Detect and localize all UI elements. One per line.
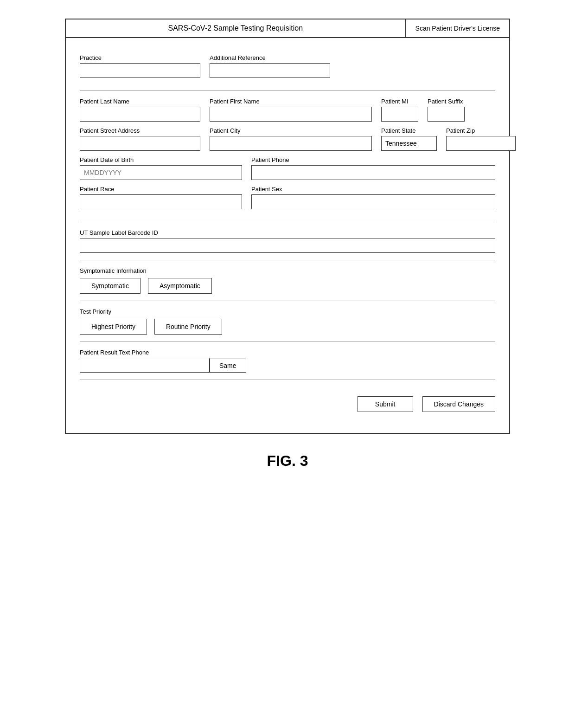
patient-phone-group: Patient Phone (251, 156, 495, 180)
section-practice: Practice Additional Reference (80, 47, 495, 91)
figure-caption: FIG. 3 (65, 452, 510, 470)
routine-priority-button[interactable]: Routine Priority (154, 319, 222, 335)
additional-reference-group: Additional Reference (210, 54, 330, 78)
patient-first-name-input[interactable] (210, 107, 372, 122)
patient-street-label: Patient Street Address (80, 127, 200, 134)
section-test-priority: Test Priority Highest Priority Routine P… (80, 301, 495, 342)
patient-state-input[interactable] (381, 136, 437, 151)
patient-last-name-label: Patient Last Name (80, 98, 200, 105)
patient-race-label: Patient Race (80, 186, 242, 193)
patient-race-input[interactable] (80, 194, 242, 209)
symptomatic-info-label: Symptomatic Information (80, 267, 495, 274)
patient-city-label: Patient City (210, 127, 372, 134)
form-title: SARS-CoV-2 Sample Testing Requisition (66, 19, 406, 37)
patient-dob-input[interactable] (80, 165, 242, 180)
patient-race-group: Patient Race (80, 186, 242, 209)
patient-state-label: Patient State (381, 127, 437, 134)
patient-street-input[interactable] (80, 136, 200, 151)
highest-priority-button[interactable]: Highest Priority (80, 319, 147, 335)
practice-group: Practice (80, 54, 200, 78)
test-priority-label: Test Priority (80, 308, 495, 315)
patient-first-name-group: Patient First Name (210, 98, 372, 122)
patient-city-input[interactable] (210, 136, 372, 151)
patient-race-sex-row: Patient Race Patient Sex (80, 186, 495, 209)
additional-reference-input[interactable] (210, 63, 330, 78)
symptomatic-button[interactable]: Symptomatic (80, 278, 141, 294)
practice-input[interactable] (80, 63, 200, 78)
practice-row: Practice Additional Reference (80, 54, 495, 78)
section-barcode: UT Sample Label Barcode ID (80, 222, 495, 260)
additional-reference-label: Additional Reference (210, 54, 330, 61)
patient-phone-label: Patient Phone (251, 156, 495, 163)
patient-dob-label: Patient Date of Birth (80, 156, 242, 163)
form-body: Practice Additional Reference Patient La… (66, 38, 509, 433)
submit-button[interactable]: Submit (358, 396, 413, 412)
barcode-group: UT Sample Label Barcode ID (80, 229, 495, 253)
result-phone-group: Patient Result Text Phone Same (80, 349, 495, 373)
patient-suffix-group: Patient Suffix (428, 98, 465, 122)
patient-sex-label: Patient Sex (251, 186, 495, 193)
patient-city-group: Patient City (210, 127, 372, 151)
scan-drivers-license-button[interactable]: Scan Patient Driver's License (406, 19, 509, 37)
patient-mi-group: Patient MI (381, 98, 418, 122)
patient-first-name-label: Patient First Name (210, 98, 372, 105)
section-result-phone: Patient Result Text Phone Same (80, 342, 495, 380)
patient-mi-input[interactable] (381, 107, 418, 122)
asymptomatic-button[interactable]: Asymptomatic (148, 278, 212, 294)
result-text-phone-label: Patient Result Text Phone (80, 349, 495, 356)
patient-street-group: Patient Street Address (80, 127, 200, 151)
patient-name-row: Patient Last Name Patient First Name Pat… (80, 98, 495, 122)
priority-button-group: Highest Priority Routine Priority (80, 319, 495, 335)
section-symptomatic: Symptomatic Information Symptomatic Asym… (80, 260, 495, 301)
result-text-phone-input[interactable] (80, 358, 210, 373)
patient-dob-phone-row: Patient Date of Birth Patient Phone (80, 156, 495, 180)
result-phone-row: Same (80, 358, 495, 373)
patient-zip-group: Patient Zip (446, 127, 516, 151)
patient-address-row: Patient Street Address Patient City Pati… (80, 127, 495, 151)
barcode-input[interactable] (80, 238, 495, 253)
patient-suffix-input[interactable] (428, 107, 465, 122)
action-row: Submit Discard Changes (80, 387, 495, 417)
patient-last-name-group: Patient Last Name (80, 98, 200, 122)
patient-suffix-label: Patient Suffix (428, 98, 465, 105)
same-button[interactable]: Same (210, 359, 246, 373)
patient-zip-input[interactable] (446, 136, 516, 151)
symptomatic-button-group: Symptomatic Asymptomatic (80, 278, 495, 294)
patient-dob-group: Patient Date of Birth (80, 156, 242, 180)
patient-zip-label: Patient Zip (446, 127, 516, 134)
barcode-label: UT Sample Label Barcode ID (80, 229, 495, 236)
patient-state-group: Patient State (381, 127, 437, 151)
patient-phone-input[interactable] (251, 165, 495, 180)
patient-last-name-input[interactable] (80, 107, 200, 122)
section-patient-name: Patient Last Name Patient First Name Pat… (80, 91, 495, 222)
form-container: SARS-CoV-2 Sample Testing Requisition Sc… (65, 19, 510, 434)
patient-mi-label: Patient MI (381, 98, 418, 105)
form-header: SARS-CoV-2 Sample Testing Requisition Sc… (66, 19, 509, 38)
practice-label: Practice (80, 54, 200, 61)
page-wrapper: SARS-CoV-2 Sample Testing Requisition Sc… (65, 19, 510, 470)
discard-changes-button[interactable]: Discard Changes (422, 396, 495, 412)
patient-sex-input[interactable] (251, 194, 495, 209)
section-actions: Submit Discard Changes (80, 380, 495, 424)
patient-sex-group: Patient Sex (251, 186, 495, 209)
